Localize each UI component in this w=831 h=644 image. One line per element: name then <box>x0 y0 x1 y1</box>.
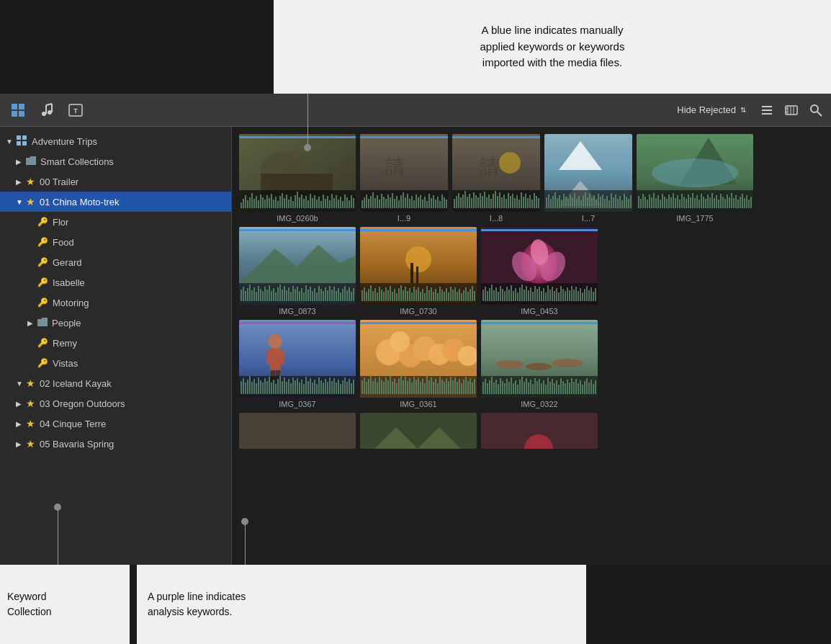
svg-rect-534 <box>405 377 406 394</box>
library-icon[interactable] <box>7 99 29 121</box>
title-icon[interactable]: T <box>65 99 86 121</box>
filmstrip-icon[interactable] <box>783 102 799 118</box>
svg-rect-244 <box>694 198 696 208</box>
thumb-img0260b[interactable]: IMG_0260b <box>239 134 356 223</box>
svg-rect-529 <box>394 379 395 394</box>
svg-rect-578 <box>495 380 497 394</box>
svg-rect-421 <box>547 285 549 301</box>
sidebar-item-02-iceland[interactable]: ▼ ★ 02 Iceland Kayak <box>0 373 231 393</box>
svg-rect-44 <box>271 194 272 208</box>
sidebar-item-00-trailer[interactable]: ▶ ★ 00 Trailer <box>0 171 231 192</box>
sidebar-item-motoring[interactable]: 🔑 Motoring <box>0 292 231 313</box>
svg-rect-322 <box>344 286 346 301</box>
svg-line-21 <box>817 112 822 116</box>
svg-rect-104 <box>400 195 402 208</box>
gerard-label: Gerard <box>53 257 81 268</box>
svg-rect-474 <box>288 379 289 394</box>
annotation-line-bottom-left <box>58 507 58 565</box>
svg-rect-448 <box>279 350 284 365</box>
svg-rect-356 <box>413 287 415 301</box>
svg-rect-441 <box>590 287 592 301</box>
sidebar-item-remy[interactable]: 🔑 Remy <box>0 333 231 353</box>
trailer-star-icon: ★ <box>26 176 35 187</box>
svg-rect-262 <box>733 198 735 208</box>
svg-rect-275 <box>243 287 244 301</box>
svg-rect-38 <box>258 200 259 208</box>
svg-rect-610 <box>565 383 566 394</box>
thumb-img0873[interactable]: IMG_0873 <box>239 227 356 316</box>
remy-keyword-icon: 🔑 <box>37 338 48 348</box>
svg-rect-423 <box>552 287 553 301</box>
svg-rect-235 <box>675 198 676 208</box>
sidebar-item-gerard[interactable]: 🔑 Gerard <box>0 252 231 272</box>
search-icon[interactable] <box>808 102 824 118</box>
hide-rejected-button[interactable]: Hide Rejected ⇅ <box>673 102 750 117</box>
svg-rect-73 <box>333 198 335 208</box>
sidebar-root[interactable]: ▼ Adventure Trips <box>0 131 231 151</box>
thumb-img9[interactable]: 請 <box>360 134 448 223</box>
sidebar-item-isabelle[interactable]: 🔑 Isabelle <box>0 272 231 292</box>
thumb-imgB[interactable] <box>360 413 477 449</box>
svg-rect-396 <box>493 290 495 301</box>
sidebar-item-01-china[interactable]: ▼ ★ 01 China Moto-trek <box>0 192 231 212</box>
music-icon[interactable] <box>36 99 58 121</box>
svg-rect-471 <box>282 381 283 394</box>
thumb-imgA[interactable] <box>239 413 356 449</box>
sidebar-item-05-bavaria[interactable]: ▶ ★ 05 Bavaria Spring <box>0 434 231 454</box>
thumb-img8[interactable]: 請 <box>452 134 540 223</box>
thumb-img0322[interactable]: IMG_0322 <box>481 320 598 408</box>
svg-rect-460 <box>258 377 259 394</box>
svg-rect-313 <box>325 287 326 301</box>
motoring-label: Motoring <box>53 298 89 308</box>
sidebar-item-03-oregon[interactable]: ▶ ★ 03 Oregon Outdoors <box>0 393 231 413</box>
svg-rect-613 <box>571 378 572 394</box>
sidebar-item-food[interactable]: 🔑 Food <box>0 232 231 252</box>
svg-line-7 <box>46 104 52 105</box>
root-arrow: ▼ <box>6 138 13 146</box>
svg-rect-151 <box>499 192 500 208</box>
sidebar-item-smart-collections[interactable]: ▶ Smart Collections <box>0 151 231 171</box>
svg-rect-90 <box>370 196 372 208</box>
svg-point-570 <box>552 359 583 367</box>
svg-rect-229 <box>662 194 663 208</box>
svg-rect-335 <box>368 289 369 301</box>
svg-rect-461 <box>260 380 261 394</box>
list-view-icon[interactable] <box>759 102 775 118</box>
sidebar-item-flor[interactable]: 🔑 Flor <box>0 212 231 232</box>
thumb-imgC[interactable] <box>481 413 598 449</box>
thumb-img0453[interactable]: IMG_0453 <box>481 227 598 316</box>
svg-rect-564 <box>470 378 471 394</box>
svg-rect-616 <box>578 383 579 394</box>
svg-rect-93 <box>377 195 378 208</box>
svg-rect-245 <box>696 195 698 208</box>
thumb-img0367[interactable]: IMG_0367 <box>239 320 356 408</box>
sidebar-item-04-cinque[interactable]: ▶ ★ 04 Cinque Terre <box>0 413 231 434</box>
svg-rect-97 <box>385 199 387 208</box>
svg-rect-563 <box>467 381 469 394</box>
sidebar-item-vistas[interactable]: 🔑 Vistas <box>0 353 231 373</box>
svg-rect-116 <box>426 201 428 208</box>
sidebar-item-people[interactable]: ▶ People <box>0 313 231 333</box>
svg-rect-496 <box>336 383 337 394</box>
svg-rect-557 <box>454 377 456 394</box>
thumb-img7[interactable]: I...7 <box>544 134 632 223</box>
svg-rect-539 <box>416 380 417 394</box>
svg-rect-94 <box>379 200 380 208</box>
thumb-img0730[interactable]: IMG_0730 <box>360 227 477 316</box>
thumb-img1775[interactable]: IMG_1775 <box>637 134 753 223</box>
svg-rect-145 <box>486 197 488 208</box>
svg-rect-617 <box>580 380 581 394</box>
svg-rect-380 <box>465 287 467 301</box>
svg-rect-278 <box>249 285 251 301</box>
svg-rect-620 <box>586 378 588 394</box>
svg-rect-252 <box>711 193 713 208</box>
svg-rect-117 <box>428 194 430 208</box>
svg-rect-153 <box>503 194 505 208</box>
svg-rect-281 <box>256 292 257 301</box>
svg-rect-99 <box>390 197 391 208</box>
svg-rect-56 <box>297 192 298 208</box>
svg-rect-52 <box>288 200 289 208</box>
thumb-img0361[interactable]: IMG_0361 <box>360 320 477 408</box>
trailer-arrow: ▶ <box>16 178 23 186</box>
flor-keyword-icon: 🔑 <box>37 217 48 227</box>
